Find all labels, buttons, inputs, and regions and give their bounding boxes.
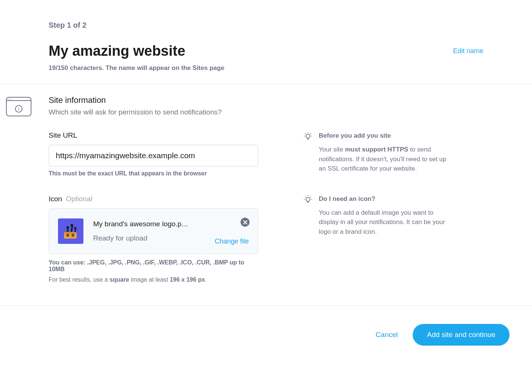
add-site-continue-button[interactable]: Add site and continue xyxy=(413,324,510,346)
icon-help-size: For best results, use a square image at … xyxy=(49,276,258,283)
svg-rect-7 xyxy=(64,232,77,234)
svg-point-8 xyxy=(66,234,69,237)
site-url-label: Site URL xyxy=(49,131,258,140)
page-title: My amazing website xyxy=(49,43,185,59)
change-file-link[interactable]: Change file xyxy=(215,238,249,245)
tip-icon-title: Do I need an icon? xyxy=(319,195,453,203)
lightbulb-icon xyxy=(303,195,312,203)
browser-info-icon: ••• i xyxy=(6,97,31,116)
tip-icon: Do I need an icon? You can add a default… xyxy=(303,195,453,237)
step-indicator: Step 1 of 2 xyxy=(49,21,483,30)
tip-https-title: Before you add you site xyxy=(319,132,453,140)
edit-name-link[interactable]: Edit name xyxy=(453,47,483,55)
section-subtitle: Which site will ask for permission to se… xyxy=(49,108,483,116)
svg-point-11 xyxy=(306,197,310,201)
file-name: My brand's awesome logo.p… xyxy=(93,220,249,228)
icon-help-formats: You can use: .JPEG, .JPG, .PNG, .GIF, .W… xyxy=(49,259,258,273)
file-thumbnail xyxy=(58,218,83,244)
tip-https: Before you add you site Your site must s… xyxy=(303,131,453,174)
svg-point-10 xyxy=(306,134,310,138)
lightbulb-icon xyxy=(303,131,312,140)
svg-point-9 xyxy=(71,234,74,237)
char-count-info: 19/150 characters. The name will appear … xyxy=(49,64,483,72)
svg-rect-1 xyxy=(71,226,73,232)
site-url-help: This must be the exact URL that appears … xyxy=(49,170,258,177)
tip-https-text: Your site must support HTTPS to send not… xyxy=(319,145,453,174)
site-url-input[interactable] xyxy=(49,145,258,166)
cancel-button[interactable]: Cancel xyxy=(376,331,398,339)
tip-icon-text: You can add a default image you want to … xyxy=(319,208,453,237)
icon-label: IconOptional xyxy=(49,195,258,203)
section-title: Site information xyxy=(49,95,483,105)
upload-card[interactable]: My brand's awesome logo.p… Ready for upl… xyxy=(49,208,258,254)
remove-file-button[interactable] xyxy=(241,218,250,227)
